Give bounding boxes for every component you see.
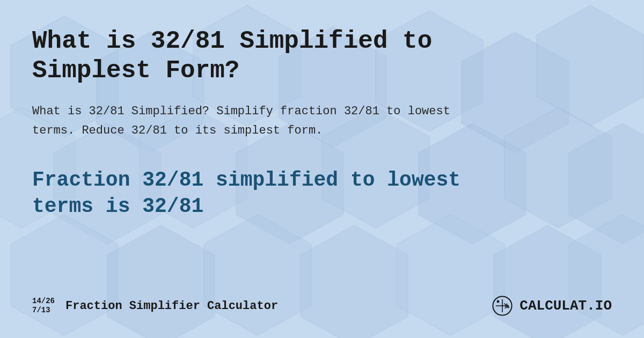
footer-fractions: 14/26 7/13 [32,297,55,315]
main-content: What is 32/81 Simplified to Simplest For… [32,27,612,284]
footer: 14/26 7/13 Fraction Simplifier Calculato… [32,284,612,317]
description-text: What is 32/81 Simplified? Simplify fract… [32,102,488,139]
logo-text: CALCULAT.IO [519,298,612,314]
svg-point-30 [497,300,500,303]
footer-fraction-bottom: 7/13 [32,306,55,315]
result-heading: Fraction 32/81 simplified to lowest term… [32,167,515,220]
footer-logo: CALCULAT.IO [492,295,612,317]
calculat-logo-icon [492,295,513,317]
page-title: What is 32/81 Simplified to Simplest For… [32,27,515,86]
footer-fraction-top: 14/26 [32,297,55,306]
footer-brand-name: Fraction Simplifier Calculator [65,299,278,313]
